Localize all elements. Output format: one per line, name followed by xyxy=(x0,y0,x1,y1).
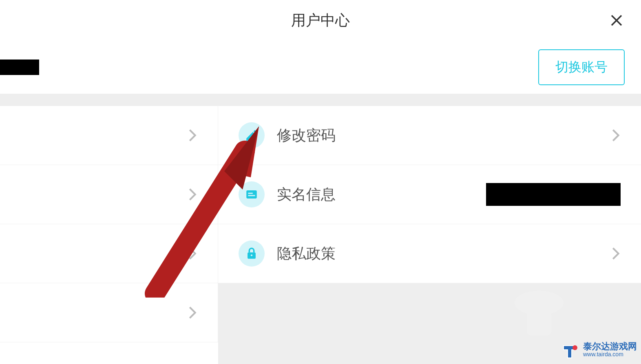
privacy-policy-label: 隐私政策 xyxy=(277,244,611,264)
chevron-right-icon xyxy=(188,308,197,318)
account-row: 切换账号 xyxy=(0,41,641,94)
redacted-username xyxy=(0,60,39,75)
close-button[interactable] xyxy=(608,12,625,29)
chevron-right-icon xyxy=(188,249,197,258)
left-row-1[interactable] xyxy=(0,106,218,165)
svg-point-12 xyxy=(572,345,577,350)
left-column xyxy=(0,106,218,364)
svg-rect-2 xyxy=(246,141,254,142)
svg-rect-5 xyxy=(248,195,255,196)
left-row-3[interactable] xyxy=(0,224,218,283)
silhouette-decoration xyxy=(502,282,576,344)
id-card-icon xyxy=(239,181,265,207)
divider xyxy=(0,94,641,106)
watermark: 泰尔达游戏网 www.tairda.com xyxy=(559,340,637,360)
watermark-sub-text: www.tairda.com xyxy=(583,351,637,357)
svg-rect-3 xyxy=(246,190,257,199)
watermark-main-text: 泰尔达游戏网 xyxy=(583,342,637,351)
svg-point-7 xyxy=(251,254,252,256)
left-row-4[interactable] xyxy=(0,283,218,342)
real-name-info-row[interactable]: 实名信息 xyxy=(218,165,641,224)
change-password-row[interactable]: 修改密码 xyxy=(218,106,641,165)
privacy-policy-row[interactable]: 隐私政策 xyxy=(218,224,641,283)
redacted-real-name-value xyxy=(486,183,621,206)
right-column: 修改密码 实名信息 xyxy=(218,106,641,364)
svg-rect-11 xyxy=(527,311,551,335)
svg-rect-4 xyxy=(248,193,253,194)
chevron-right-icon xyxy=(188,190,197,199)
chevron-right-icon xyxy=(611,249,621,258)
lock-icon xyxy=(239,240,265,267)
change-password-label: 修改密码 xyxy=(277,126,611,146)
header: 用户中心 xyxy=(0,0,641,41)
close-icon xyxy=(609,13,624,28)
watermark-logo-icon xyxy=(559,340,580,360)
edit-icon xyxy=(239,122,265,148)
page-title: 用户中心 xyxy=(291,11,350,31)
chevron-right-icon xyxy=(188,130,197,140)
real-name-info-label: 实名信息 xyxy=(277,185,486,205)
watermark-text: 泰尔达游戏网 www.tairda.com xyxy=(583,342,637,358)
switch-account-button[interactable]: 切换账号 xyxy=(538,49,625,85)
left-row-2[interactable] xyxy=(0,165,218,224)
chevron-right-icon xyxy=(611,130,621,140)
